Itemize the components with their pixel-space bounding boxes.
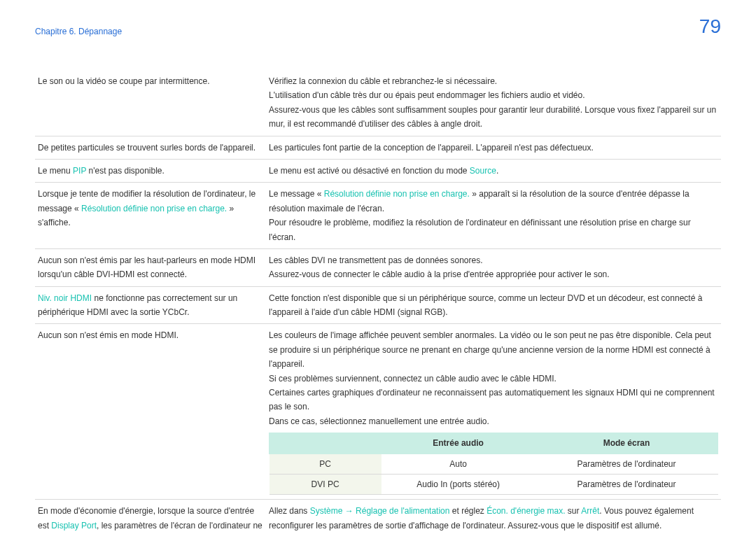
- solution-cell: Les câbles DVI ne transmettent pas de do…: [266, 248, 721, 286]
- inner-table-cell: Audio In (ports stéréo): [382, 474, 536, 494]
- table-row: Le son ou la vidéo se coupe par intermit…: [35, 70, 721, 136]
- manual-page: Chapitre 6. Dépannage 79 Le son ou la vi…: [0, 0, 756, 534]
- solution-paragraph: Assurez-vous que les câbles sont suffisa…: [269, 103, 718, 132]
- chapter-title: Chapitre 6. Dépannage: [35, 27, 122, 36]
- issue-cell: Le son ou la vidéo se coupe par intermit…: [35, 70, 266, 136]
- solution-paragraph: Cette fonction n'est disponible que si u…: [269, 291, 718, 320]
- solution-cell: Le message « Résolution définie non pris…: [266, 183, 721, 249]
- page-content: Le son ou la vidéo se coupe par intermit…: [35, 21, 721, 534]
- solution-paragraph: Le message « Résolution définie non pris…: [269, 187, 718, 216]
- table-row: Le menu PIP n'est pas disponible.Le menu…: [35, 159, 721, 182]
- issue-cell: Lorsque je tente de modifier la résoluti…: [35, 183, 266, 249]
- inner-table-cell: Auto: [382, 454, 536, 474]
- page-number: 79: [699, 15, 721, 38]
- solution-cell: Les couleurs de l'image affichée peuvent…: [266, 324, 721, 500]
- solution-paragraph: Pour résoudre le problème, modifiez la r…: [269, 216, 718, 244]
- issue-cell: Le menu PIP n'est pas disponible.: [35, 159, 266, 182]
- inner-table-cell: PC: [270, 454, 382, 474]
- inner-table-cell: Paramètres de l'ordinateur: [535, 474, 718, 494]
- issue-cell: En mode d'économie d'énergie, lorsque la…: [35, 500, 266, 534]
- issue-cell: Aucun son n'est émis en mode HDMI.: [35, 324, 266, 500]
- solution-paragraph: Le menu est activé ou désactivé en fonct…: [269, 164, 718, 178]
- issue-cell: Niv. noir HDMI ne fonctionne pas correct…: [35, 286, 266, 324]
- issue-cell: Aucun son n'est émis par les haut-parleu…: [35, 248, 266, 286]
- issue-cell: De petites particules se trouvent surles…: [35, 136, 266, 159]
- troubleshooting-table: Le son ou la vidéo se coupe par intermit…: [35, 70, 721, 534]
- table-row: Lorsque je tente de modifier la résoluti…: [35, 183, 721, 249]
- inner-table-row: PCAutoParamètres de l'ordinateur: [270, 454, 718, 474]
- solution-paragraph: Les couleurs de l'image affichée peuvent…: [269, 328, 718, 371]
- table-row: Aucun son n'est émis par les haut-parleu…: [35, 248, 721, 286]
- solution-paragraph: Vérifiez la connexion du câble et rebran…: [269, 74, 718, 88]
- solution-paragraph: L'utilisation d'un câble très dur ou épa…: [269, 88, 718, 102]
- table-row: Niv. noir HDMI ne fonctionne pas correct…: [35, 286, 721, 324]
- table-row: En mode d'économie d'énergie, lorsque la…: [35, 500, 721, 534]
- solution-paragraph: Assurez-vous de connecter le câble audio…: [269, 267, 718, 281]
- solution-cell: Le menu est activé ou désactivé en fonct…: [266, 159, 721, 182]
- inner-table-header: Entrée audio: [382, 433, 536, 454]
- solution-cell: Allez dans Système → Réglage de l'alimen…: [266, 500, 721, 534]
- solution-cell: Les particules font partie de la concept…: [266, 136, 721, 159]
- audio-mode-table: Entrée audioMode écranPCAutoParamètres d…: [269, 433, 718, 495]
- solution-paragraph: Allez dans Système → Réglage de l'alimen…: [269, 504, 718, 533]
- table-row: Aucun son n'est émis en mode HDMI.Les co…: [35, 324, 721, 500]
- table-row: De petites particules se trouvent surles…: [35, 136, 721, 159]
- solution-cell: Cette fonction n'est disponible que si u…: [266, 286, 721, 324]
- solution-paragraph: Certaines cartes graphiques d'ordinateur…: [269, 386, 718, 414]
- solution-paragraph: Les câbles DVI ne transmettent pas de do…: [269, 253, 718, 267]
- solution-paragraph: Dans ce cas, sélectionnez manuellement u…: [269, 414, 718, 428]
- inner-table-cell: DVI PC: [270, 474, 382, 494]
- inner-table-header: [270, 433, 382, 454]
- inner-table-row: DVI PCAudio In (ports stéréo)Paramètres …: [270, 474, 718, 494]
- solution-cell: Vérifiez la connexion du câble et rebran…: [266, 70, 721, 136]
- inner-table-cell: Paramètres de l'ordinateur: [535, 454, 718, 474]
- solution-paragraph: Les particules font partie de la concept…: [269, 141, 718, 155]
- inner-table-header: Mode écran: [535, 433, 718, 454]
- solution-paragraph: Si ces problèmes surviennent, connectez …: [269, 372, 718, 386]
